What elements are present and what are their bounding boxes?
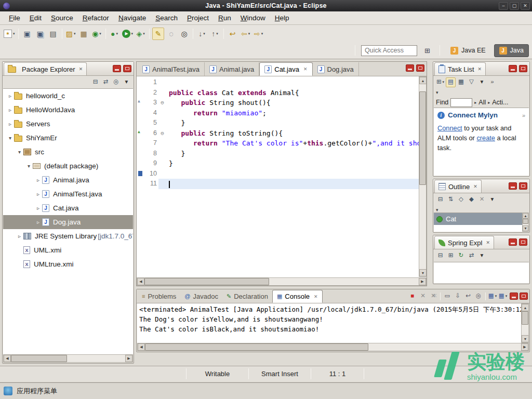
last-edit-location-button[interactable]: ↩ [227,28,238,40]
console-vscrollbar[interactable]: ▲ ▼ [521,303,529,343]
close-icon[interactable]: ✕ [486,240,490,245]
dropdown-arrow-icon[interactable]: ▾ [495,294,497,298]
line-number[interactable]: 8 [144,149,158,159]
scroll-track[interactable] [145,343,521,351]
expand-arrow-icon[interactable]: ▹ [34,205,42,211]
view-menu-button[interactable]: ▾ [122,77,131,87]
expand-arrow-icon[interactable]: ▹ [6,93,14,99]
code-line-2[interactable]: 2public class Cat extends Animal{ [137,88,419,98]
close-icon[interactable]: ✕ [303,66,308,72]
outline-item-cat[interactable]: Cat [434,213,522,225]
perspective-java-ee[interactable]: J Java EE [446,44,490,57]
scroll-lock-button[interactable]: ⇩ [453,291,463,301]
console-hscrollbar[interactable]: ◀ ▶ [137,343,529,351]
scroll-thumb[interactable] [144,278,269,285]
window-close-button[interactable]: ✕ [521,2,530,10]
close-icon[interactable]: ✕ [473,184,477,189]
scroll-left-arrow-icon[interactable]: ◀ [137,278,144,285]
line-number[interactable]: 1 [144,77,158,88]
new-package-button[interactable]: ▦ [78,28,90,40]
minimize-view-button[interactable] [509,65,517,72]
console-tab-console[interactable]: ▦Console✕ [272,290,323,303]
app-menu-icon[interactable] [4,387,12,395]
minimize-view-button[interactable] [113,65,121,72]
window-minimize-button[interactable]: – [499,2,508,10]
line-number[interactable]: 11 [144,179,158,189]
scroll-track[interactable] [419,84,426,269]
dropdown-arrow-icon[interactable]: ▾ [443,80,445,84]
menu-refactor[interactable]: Refactor [78,12,114,23]
collapse-all-button[interactable]: ⊟ [435,251,445,261]
scroll-up-arrow-icon[interactable]: ▲ [522,304,529,311]
code-line-5[interactable]: 5 } [137,118,419,128]
editor-tab-animaltest-java[interactable]: JAnimalTest.java [138,62,205,76]
scroll-down-arrow-icon[interactable]: ▼ [522,335,529,342]
hide-non-public-button[interactable]: ✕ [477,195,487,205]
maximize-view-button[interactable] [519,182,527,190]
close-icon[interactable]: ✕ [478,66,482,72]
tree-item-src[interactable]: ▾src [3,145,133,159]
package-explorer-view-tab[interactable]: Package Explorer ✕ [4,62,87,75]
expand-arrow-icon[interactable]: ▹ [34,177,42,183]
minimize-view-button[interactable] [509,182,517,190]
editor-code-area[interactable]: 12public class Cat extends Animal{▲3⊖ pu… [137,76,419,277]
new-task-button[interactable]: ⊞▾ [435,77,445,87]
code-line-6[interactable]: ▲6⊖ public String toString(){ [137,128,419,139]
dropdown-arrow-icon[interactable]: ▾ [74,32,76,36]
tree-item-dog-java[interactable]: ▹JDog.java [3,215,133,229]
code-line-11[interactable]: 11 [137,179,419,189]
scheduled-view-button[interactable]: ▦ [456,77,466,87]
line-number[interactable]: 9 [144,158,158,169]
console-output[interactable]: <terminated> AnimalTest [Java Applicatio… [137,303,521,343]
forward-button[interactable]: ⇨▾ [252,28,264,40]
mark-occurrences-button[interactable]: ✎ [152,28,164,40]
dropdown-arrow-icon[interactable]: ▾ [131,32,134,36]
scroll-right-arrow-icon[interactable]: ▶ [125,355,132,362]
maximize-view-button[interactable] [520,292,528,300]
close-icon[interactable]: ✕ [314,294,318,299]
tree-item-animaltest-java[interactable]: ▹JAnimalTest.java [3,187,133,201]
hide-fields-button[interactable]: ◇ [456,195,466,205]
print-button[interactable]: ▤ [47,28,59,40]
view-menu-button[interactable]: ▾ [477,251,487,261]
scope-activated-link[interactable]: Acti... [492,99,508,106]
tree-item-default-package[interactable]: ▾(default package) [3,159,133,173]
scope-all-link[interactable]: All [478,99,486,106]
remove-all-launches-button[interactable]: ✕ [428,291,438,301]
maximize-view-button[interactable] [519,238,527,246]
open-type-button[interactable]: ◌ [165,28,177,40]
next-annotation-button[interactable]: ↓▾ [196,28,208,40]
terminate-button[interactable]: ■ [407,291,418,301]
scroll-down-arrow-icon[interactable]: ▼ [419,269,427,276]
pin-console-button[interactable]: ◎ [473,291,484,301]
menu-source[interactable]: Source [46,12,78,23]
code-line-4[interactable]: 4 return "miaomiao"; [137,108,419,118]
tree-item-cat-java[interactable]: ▹JCat.java [3,201,133,215]
line-number[interactable]: 6 [144,128,158,139]
link-with-editor-button[interactable]: ⇄ [101,77,111,87]
task-list-view-tab[interactable]: Task List ✕ [434,62,486,75]
tree-item-helloworldjava[interactable]: ▹HelloWorldJava [3,103,133,117]
maximize-view-button[interactable] [519,65,527,72]
console-tab-javadoc[interactable]: @Javadoc [180,290,222,303]
link-with-editor-button[interactable]: ⇄ [467,251,476,261]
collapse-all-button[interactable]: ⊟ [435,195,445,205]
expand-arrow-icon[interactable]: ▹ [34,219,42,225]
menu-navigate[interactable]: Navigate [114,12,151,23]
word-wrap-button[interactable]: ↩ [463,291,473,301]
app-menu-label[interactable]: 应用程序菜单 [17,387,57,396]
categorized-view-button[interactable]: ▤ [446,77,456,87]
editor-tab-animal-java[interactable]: JAnimal.java [205,62,259,76]
dropdown-arrow-icon[interactable]: ▾ [248,32,250,36]
focus-on-active-task-button[interactable]: ◎ [111,77,121,87]
connect-link[interactable]: Connect [437,124,462,132]
line-number[interactable]: 2 [144,88,158,98]
tree-item-animal-java[interactable]: ▹JAnimal.java [3,173,133,187]
section-chevron-icon[interactable]: » [522,112,525,118]
collapse-arrow-icon[interactable]: ▾ [25,163,33,169]
menu-window[interactable]: Window [236,12,270,23]
close-icon[interactable]: ✕ [79,66,83,72]
menu-search[interactable]: Search [151,12,182,23]
open-perspective-button[interactable]: ⊞ [421,45,433,56]
perspective-java[interactable]: J Java [494,44,529,57]
